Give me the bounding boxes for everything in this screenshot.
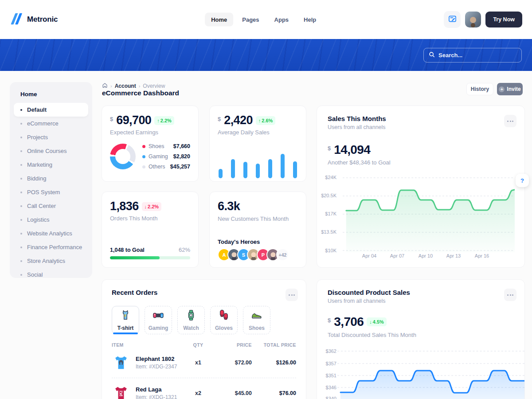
breadcrumb-overview[interactable]: Overview [143, 83, 165, 89]
sidebar-heading: Home [20, 91, 88, 98]
try-now-button[interactable]: Try Now [485, 12, 522, 27]
breadcrumb-account[interactable]: Account [115, 83, 136, 89]
bullet-icon [20, 233, 22, 235]
card-title: Discounted Product Sales [328, 289, 514, 296]
tab-shoes[interactable]: Shoes [243, 306, 270, 334]
sidebar-item-label: eCommerce [27, 120, 59, 127]
x-tick: Apr 16 [475, 253, 489, 258]
product-name[interactable]: Red Laga [136, 386, 177, 393]
legend-name: Shoes [149, 143, 164, 149]
product-name[interactable]: Elephant 1802 [136, 356, 177, 362]
delta-value: 2.6% [262, 118, 273, 123]
product-total: $126.00 [252, 360, 296, 366]
invite-button[interactable]: + Invite [497, 83, 523, 95]
y-tick: $340 [317, 396, 336, 399]
plus-icon: + [499, 86, 505, 92]
nav-home[interactable]: Home [205, 13, 233, 27]
tab-gaming[interactable]: Gaming [145, 306, 172, 334]
orders-table-header: ITEM QTY PRICE TOTAL PRICE [112, 342, 296, 348]
sidebar-item-projects[interactable]: Projects [14, 130, 88, 144]
sidebar-item-pos-system[interactable]: POS System [14, 185, 88, 199]
brand-logo[interactable]: Metronic [10, 12, 58, 27]
heroes-label: Today's Heroes [218, 239, 260, 245]
nav-pages[interactable]: Pages [236, 13, 265, 27]
currency-sign: $ [328, 145, 331, 152]
home-icon[interactable] [102, 82, 108, 90]
sidebar-item-label: Online Courses [27, 148, 67, 154]
column-price: PRICE [211, 342, 252, 348]
x-tick: Apr 13 [446, 253, 461, 258]
bullet-icon [20, 109, 22, 111]
user-avatar[interactable] [465, 12, 481, 27]
bar [293, 161, 297, 178]
bullet-icon [20, 178, 22, 180]
x-tick: Apr 04 [362, 253, 376, 258]
tab-watch[interactable]: Watch [177, 306, 205, 334]
sidebar-item-label: Marketing [27, 161, 52, 168]
sidebar-item-ecommerce[interactable]: eCommerce [14, 117, 88, 130]
table-row[interactable]: Red Laga Item: #XDG-1321 x2 $45.00 $76.0… [112, 378, 296, 399]
y-tick: $346 [317, 385, 336, 390]
average-daily-sales-card: $ 2,420 ↑2.6% Average Daily Sales [209, 106, 306, 182]
history-button[interactable]: History [466, 83, 493, 95]
column-total-price: TOTAL PRICE [252, 342, 296, 348]
sidebar-item-label: Store Analytics [27, 258, 65, 264]
bullet-icon [20, 219, 22, 221]
sidebar-item-social[interactable]: Social [14, 268, 88, 278]
card-menu-button[interactable] [286, 289, 298, 301]
goal-label: 1,048 to Goal [110, 247, 145, 253]
delta-badge: ↑2.2% [154, 116, 174, 125]
y-tick: $13.5K [317, 229, 336, 235]
bar [281, 154, 285, 178]
layout-builder-button[interactable] [444, 11, 461, 28]
card-menu-button[interactable] [504, 115, 516, 127]
header-actions: Try Now [444, 11, 522, 28]
search-input[interactable] [438, 52, 516, 59]
avatar-more-count[interactable]: +42 [276, 248, 289, 261]
invite-label: Invite [507, 86, 520, 92]
nav-apps[interactable]: Apps [268, 13, 295, 27]
legend-dot [142, 145, 145, 148]
y-tick: $24K [317, 175, 336, 180]
help-button[interactable]: ? [516, 174, 529, 187]
tab-gloves[interactable]: Gloves [210, 306, 238, 334]
tab-tshirt[interactable]: T-shirt [112, 306, 139, 334]
bullet-icon [20, 260, 22, 262]
bar [268, 159, 272, 178]
goal-progress-fill [110, 256, 160, 259]
y-tick: $351 [317, 373, 336, 378]
breadcrumb-separator: › [139, 83, 141, 89]
daily-sales-value: 2,420 [224, 114, 253, 126]
sidebar-item-default[interactable]: Default [14, 103, 88, 117]
orders-this-month-card: 1,836 ↓2.2% Orders This Month 1,048 to G… [102, 192, 199, 268]
daily-sales-label: Average Daily Sales [218, 129, 298, 136]
arrow-up-icon: ↑ [258, 118, 261, 123]
sidebar-item-store-analytics[interactable]: Store Analytics [14, 254, 88, 268]
top-navigation: Home Pages Apps Help [205, 13, 322, 27]
sidebar-item-website-analytics[interactable]: Website Analytics [14, 227, 88, 240]
sidebar-item-online-courses[interactable]: Online Courses [14, 144, 88, 158]
legend-row: Gaming $2,820 [142, 153, 190, 160]
sidebar-item-label: Website Analytics [27, 230, 72, 237]
discounted-label: Total Discounted Sales This Month [328, 332, 514, 338]
legend-dot [142, 165, 145, 168]
legend-row: Others $45,257 [142, 164, 190, 170]
orders-label: Orders This Month [110, 215, 190, 222]
table-row[interactable]: Elephant 1802 Item: #XDG-2347 x1 $72.00 … [112, 348, 296, 378]
tab-label: T-shirt [117, 325, 134, 331]
sidebar-item-finance-performance[interactable]: Finance Performance [14, 240, 88, 254]
bar [256, 164, 260, 178]
y-tick: $10K [317, 248, 336, 253]
sidebar-item-marketing[interactable]: Marketing [14, 158, 88, 172]
sidebar-item-logistics[interactable]: Logistics [14, 213, 88, 227]
sidebar-item-bidding[interactable]: Bidding [14, 172, 88, 185]
card-menu-button[interactable] [504, 289, 516, 301]
currency-sign: $ [110, 116, 113, 122]
nav-help[interactable]: Help [297, 13, 322, 27]
sidebar-item-call-center[interactable]: Call Center [14, 199, 88, 213]
search-box[interactable] [423, 48, 522, 63]
bar [231, 159, 235, 178]
note-edit-icon [448, 15, 457, 25]
x-tick: Apr 07 [390, 253, 404, 258]
currency-sign: $ [218, 116, 221, 122]
